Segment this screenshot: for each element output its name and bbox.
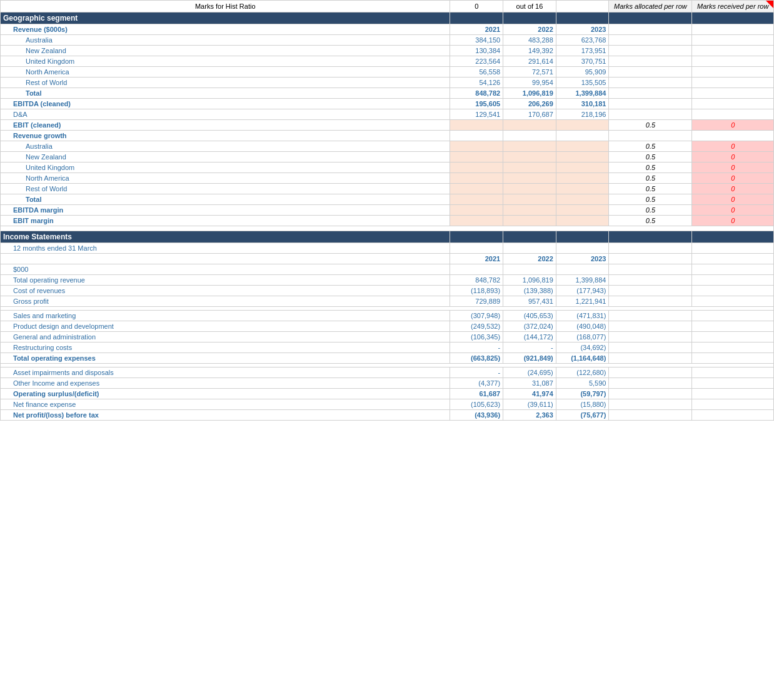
growth-uk-label: United Kingdom bbox=[1, 162, 450, 173]
growth-na-2023[interactable] bbox=[556, 173, 609, 184]
inc-year-mr bbox=[692, 254, 774, 264]
asset-impairments-label: Asset impairments and disposals bbox=[1, 368, 450, 378]
table-row: Rest of World 54,126 99,954 135,505 bbox=[1, 78, 774, 88]
growth-nz-2022[interactable] bbox=[503, 152, 556, 162]
ebit-margin-2021[interactable] bbox=[450, 216, 503, 226]
ebit-margin-2022[interactable] bbox=[503, 216, 556, 226]
growth-total-2021[interactable] bbox=[450, 194, 503, 205]
da-label: D&A bbox=[1, 109, 450, 120]
pd-ma bbox=[609, 321, 692, 332]
uk-ma bbox=[609, 56, 692, 67]
tm-y3 bbox=[556, 243, 609, 254]
growth-row-2022[interactable] bbox=[503, 184, 556, 194]
na-2022: 72,571 bbox=[503, 67, 556, 78]
growth-uk-2022[interactable] bbox=[503, 162, 556, 173]
growth-nz-2021[interactable] bbox=[450, 152, 503, 162]
sm-2021: (307,948) bbox=[450, 311, 503, 321]
ebit-margin-mr: 0 bbox=[692, 216, 774, 226]
geo-total-2022: 1,096,819 bbox=[503, 88, 556, 99]
growth-row-2021[interactable] bbox=[450, 184, 503, 194]
cur-y2 bbox=[503, 264, 556, 275]
na-label: North America bbox=[1, 67, 450, 78]
growth-nz-2023[interactable] bbox=[556, 152, 609, 162]
ebitda-2022: 206,269 bbox=[503, 99, 556, 109]
total-op-exp-row: Total operating expenses (663,825) (921,… bbox=[1, 353, 774, 364]
ebitda-margin-2023[interactable] bbox=[556, 205, 609, 216]
ebitda-margin-2022[interactable] bbox=[503, 205, 556, 216]
ai-mr bbox=[692, 368, 774, 378]
income-section-header: Income Statements bbox=[1, 231, 774, 243]
ebit-2022-input[interactable] bbox=[503, 120, 556, 131]
growth-aus-2021[interactable] bbox=[450, 141, 503, 152]
growth-row-label: Rest of World bbox=[1, 184, 450, 194]
title-cell: Marks for Hist Ratio bbox=[1, 1, 450, 12]
pd-2023: (490,048) bbox=[556, 321, 609, 332]
table-row: Total 0.5 0 bbox=[1, 194, 774, 205]
income-label: Income Statements bbox=[1, 231, 450, 243]
rg-h-ma bbox=[609, 131, 692, 141]
nf-ma bbox=[609, 399, 692, 410]
rg-h-mr bbox=[692, 131, 774, 141]
growth-total-2022[interactable] bbox=[503, 194, 556, 205]
os-2021: 61,687 bbox=[450, 389, 503, 399]
nz-label: New Zealand bbox=[1, 46, 450, 56]
growth-uk-2023[interactable] bbox=[556, 162, 609, 173]
toe-ma bbox=[609, 353, 692, 364]
cor-2023: (177,943) bbox=[556, 286, 609, 296]
inc-year-ma bbox=[609, 254, 692, 264]
ebit-2023-input[interactable] bbox=[556, 120, 609, 131]
growth-nz-ma: 0.5 bbox=[609, 152, 692, 162]
growth-na-2021[interactable] bbox=[450, 173, 503, 184]
marks-allocated-header: Marks allocated per row bbox=[609, 1, 692, 12]
australia-ma bbox=[609, 35, 692, 46]
oi-2021: (4,377) bbox=[450, 378, 503, 389]
ebitda-row: EBITDA (cleaned) 195,605 206,269 310,181 bbox=[1, 99, 774, 109]
ebit-2021-input[interactable] bbox=[450, 120, 503, 131]
np-2023: (75,677) bbox=[556, 410, 609, 421]
growth-total-label: Total bbox=[1, 194, 450, 205]
geo-header-y3 bbox=[556, 12, 609, 24]
growth-aus-2022[interactable] bbox=[503, 141, 556, 152]
nf-2022: (39,611) bbox=[503, 399, 556, 410]
gross-profit-label: Gross profit bbox=[1, 296, 450, 307]
rc-2022: - bbox=[503, 342, 556, 353]
table-row: North America 56,558 72,571 95,909 bbox=[1, 67, 774, 78]
pd-mr bbox=[692, 321, 774, 332]
ga-2023: (168,077) bbox=[556, 332, 609, 342]
ga-ma bbox=[609, 332, 692, 342]
product-design-row: Product design and development (249,532)… bbox=[1, 321, 774, 332]
toe-2023: (1,164,648) bbox=[556, 353, 609, 364]
ebitda-margin-row: EBITDA margin 0.5 0 bbox=[1, 205, 774, 216]
other-income-label: Other Income and expenses bbox=[1, 378, 450, 389]
nf-mr bbox=[692, 399, 774, 410]
da-row: D&A 129,541 170,687 218,196 bbox=[1, 109, 774, 120]
growth-na-label: North America bbox=[1, 173, 450, 184]
top-header-row: Marks for Hist Ratio 0 out of 16 Marks a… bbox=[1, 1, 774, 12]
toe-2022: (921,849) bbox=[503, 353, 556, 364]
ebitda-margin-2021[interactable] bbox=[450, 205, 503, 216]
cor-2022: (139,388) bbox=[503, 286, 556, 296]
growth-row-2023[interactable] bbox=[556, 184, 609, 194]
ebit-margin-2023[interactable] bbox=[556, 216, 609, 226]
nz-mr bbox=[692, 46, 774, 56]
table-row: New Zealand 130,384 149,392 173,951 bbox=[1, 46, 774, 56]
growth-na-2022[interactable] bbox=[503, 173, 556, 184]
australia-mr bbox=[692, 35, 774, 46]
ga-2021: (106,345) bbox=[450, 332, 503, 342]
na-mr bbox=[692, 67, 774, 78]
cur-mr bbox=[692, 264, 774, 275]
currency-row: $000 bbox=[1, 264, 774, 275]
gp-mr bbox=[692, 296, 774, 307]
growth-aus-2023[interactable] bbox=[556, 141, 609, 152]
growth-uk-2021[interactable] bbox=[450, 162, 503, 173]
asset-impairments-row: Asset impairments and disposals - (24,69… bbox=[1, 368, 774, 378]
uk-label: United Kingdom bbox=[1, 56, 450, 67]
net-profit-label: Net profit/(loss) before tax bbox=[1, 410, 450, 421]
table-row: Australia 384,150 483,288 623,768 bbox=[1, 35, 774, 46]
row-label: Rest of World bbox=[1, 78, 450, 88]
growth-total-2023[interactable] bbox=[556, 194, 609, 205]
nf-2023: (15,880) bbox=[556, 399, 609, 410]
na-ma bbox=[609, 67, 692, 78]
net-profit-row: Net profit/(loss) before tax (43,936) 2,… bbox=[1, 410, 774, 421]
australia-label: Australia bbox=[1, 35, 450, 46]
